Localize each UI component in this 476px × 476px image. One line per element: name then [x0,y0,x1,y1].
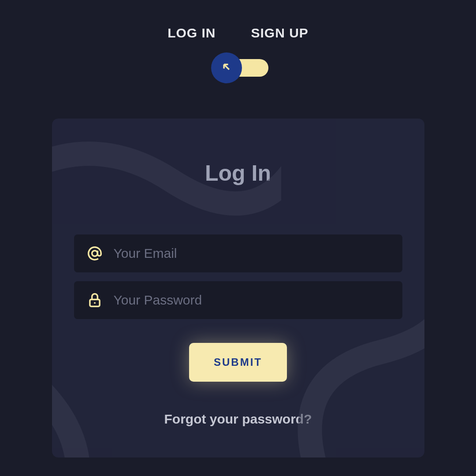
submit-button[interactable]: SUBMIT [189,343,287,382]
email-input-group [74,234,402,272]
password-field[interactable] [114,293,390,308]
toggle-track[interactable] [229,59,268,77]
auth-tabs: LOG IN SIGN UP [0,0,476,41]
arrow-up-left-icon [220,61,233,75]
lock-icon [86,292,103,309]
toggle-knob[interactable] [211,52,242,83]
svg-point-0 [92,251,97,257]
tab-signup[interactable]: SIGN UP [251,26,308,41]
password-input-group [74,281,402,319]
forgot-password-link[interactable]: Forgot your password? [74,412,402,427]
tab-login[interactable]: LOG IN [167,26,216,41]
card-title: Log In [74,160,402,186]
login-card: Log In SUBMIT Forgot your password? [52,119,424,457]
email-field[interactable] [114,246,390,261]
auth-toggle [0,59,476,77]
at-icon [86,245,103,262]
